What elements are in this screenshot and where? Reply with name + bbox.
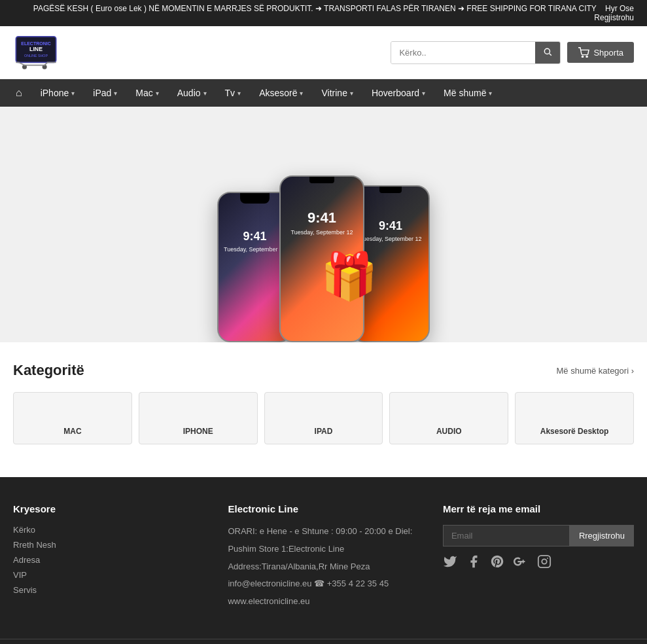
googleplus-icon[interactable] — [514, 554, 528, 571]
header: ELECTRONIC LINE ONLINE SHOP Shporta — [0, 26, 647, 79]
footer-link-kerko[interactable]: Kërko — [13, 525, 201, 535]
nav-ipad[interactable]: iPad ▾ — [84, 80, 126, 106]
or-label: Ose — [620, 4, 634, 13]
footer-link-adresa[interactable]: Adresa — [13, 555, 201, 565]
footer: Kryesore Kërko Rreth Nesh Adresa VIP Ser… — [0, 477, 647, 644]
facebook-icon[interactable] — [466, 554, 481, 571]
footer-col3-title: Merr të reja me email — [443, 503, 634, 514]
chevron-icon: ▾ — [350, 90, 353, 97]
category-aksesore-desktop[interactable]: Aksesorë Desktop — [515, 392, 634, 444]
more-categories-link[interactable]: Më shumë kategori › — [557, 366, 635, 376]
nav-mac[interactable]: Mac ▾ — [126, 80, 167, 106]
hero-phones: 9:41 Tuesday, September 12 9:41 Tuesday,… — [217, 107, 430, 342]
nav-more[interactable]: Më shumë ▾ — [434, 80, 501, 106]
category-mac[interactable]: MAC — [13, 392, 132, 444]
categories-header: Kategoritë Më shumë kategori › — [13, 362, 634, 379]
chevron-icon: ▾ — [300, 90, 303, 97]
nav-home[interactable]: ⌂ — [7, 79, 31, 107]
cart-button[interactable]: Shporta — [567, 42, 634, 63]
footer-address: Address:Tirana/Albania,Rr Mine Peza — [228, 560, 416, 574]
footer-link-vip[interactable]: VIP — [13, 570, 201, 580]
gift-box: 🎁 — [321, 249, 377, 303]
main-nav: ⌂ iPhone ▾ iPad ▾ Mac ▾ Audio ▾ Tv ▾ Aks… — [0, 79, 647, 107]
hero-banner: 9:41 Tuesday, September 12 9:41 Tuesday,… — [0, 107, 647, 342]
phone-time-mid: 9:41 — [281, 209, 363, 226]
footer-col-electronicline: Electronic Line ORARI: e Hene - e Shtune… — [228, 503, 416, 613]
footer-orari: ORARI: e Hene - e Shtune : 09:00 - 20:00… — [228, 525, 416, 539]
svg-point-11 — [542, 559, 546, 564]
cart-label: Shporta — [593, 48, 623, 58]
chevron-icon: ▾ — [489, 90, 492, 97]
logo-icon: ELECTRONIC LINE ONLINE SHOP — [13, 33, 59, 72]
nav-tv[interactable]: Tv ▾ — [216, 80, 251, 106]
logo-area: ELECTRONIC LINE ONLINE SHOP — [13, 33, 62, 72]
nav-hoverboard[interactable]: Hoverboard ▾ — [362, 80, 434, 106]
instagram-icon[interactable] — [537, 554, 551, 571]
footer-col1-title: Kryesore — [13, 503, 201, 514]
svg-rect-10 — [538, 556, 550, 567]
svg-point-6 — [545, 48, 550, 54]
email-form: Rregjistrohu — [443, 525, 634, 546]
chevron-icon: ▾ — [156, 90, 159, 97]
notch-left — [240, 193, 269, 204]
nav-iphone[interactable]: iPhone ▾ — [31, 80, 84, 106]
register-link[interactable]: Regjistrohu — [594, 13, 634, 22]
category-audio[interactable]: AUDIO — [389, 392, 508, 444]
newsletter-register-button[interactable]: Rregjistrohu — [570, 525, 634, 546]
svg-point-12 — [547, 558, 548, 559]
svg-point-8 — [582, 56, 584, 57]
chevron-icon: ▾ — [422, 90, 425, 97]
footer-website: www.electronicline.eu — [228, 595, 416, 609]
search-box — [391, 41, 561, 64]
search-button[interactable] — [535, 42, 560, 63]
footer-link-servis[interactable]: Servis — [13, 585, 201, 595]
footer-top: Kryesore Kërko Rreth Nesh Adresa VIP Ser… — [0, 477, 647, 639]
category-iphone[interactable]: IPHONE — [139, 392, 258, 444]
footer-link-rreth[interactable]: Rreth Nesh — [13, 540, 201, 550]
category-grid: MAC IPHONE IPAD AUDIO Aksesorë Desktop — [13, 392, 634, 444]
chevron-icon: ▾ — [71, 90, 75, 97]
footer-col-newsletter: Merr të reja me email Rregjistrohu — [443, 503, 634, 613]
footer-col2-title: Electronic Line — [228, 503, 416, 514]
login-link[interactable]: Hyr — [605, 4, 618, 13]
search-input[interactable] — [391, 42, 535, 63]
footer-store: Pushim Store 1:Electronic Line — [228, 543, 416, 556]
nav-vitrine[interactable]: Vitrine ▾ — [312, 80, 362, 106]
banner-text: PAGËSË KESH ( Euro ose Lek ) NË MOMENTIN… — [33, 4, 597, 13]
chevron-icon: ▾ — [203, 90, 207, 97]
category-ipad[interactable]: IPAD — [264, 392, 383, 444]
top-banner: PAGËSË KESH ( Euro ose Lek ) NË MOMENTIN… — [0, 0, 647, 26]
svg-line-7 — [550, 53, 551, 55]
footer-col-kryesore: Kryesore Kërko Rreth Nesh Adresa VIP Ser… — [13, 503, 201, 613]
nav-audio[interactable]: Audio ▾ — [168, 80, 216, 106]
svg-text:ONLINE SHOP: ONLINE SHOP — [24, 54, 48, 58]
footer-bottom: © 2018 ELECTRONIC LINE ® — [0, 639, 647, 644]
twitter-icon[interactable] — [443, 554, 457, 571]
chevron-icon: ▾ — [237, 90, 241, 97]
email-input[interactable] — [443, 525, 570, 546]
search-area: Shporta — [391, 41, 634, 64]
footer-contact: info@electronicline.eu ☎ +355 4 22 35 45 — [228, 577, 416, 591]
categories-section: Kategoritë Më shumë kategori › MAC IPHON… — [0, 342, 647, 464]
social-icons — [443, 554, 634, 576]
nav-aksesore[interactable]: Aksesorë ▾ — [250, 80, 312, 106]
svg-point-9 — [586, 56, 587, 57]
phone-date-mid: Tuesday, September 12 — [281, 229, 363, 236]
svg-text:LINE: LINE — [29, 46, 43, 52]
pinterest-icon[interactable] — [490, 554, 504, 571]
categories-title: Kategoritë — [13, 362, 84, 379]
chevron-icon: ▾ — [114, 90, 117, 97]
